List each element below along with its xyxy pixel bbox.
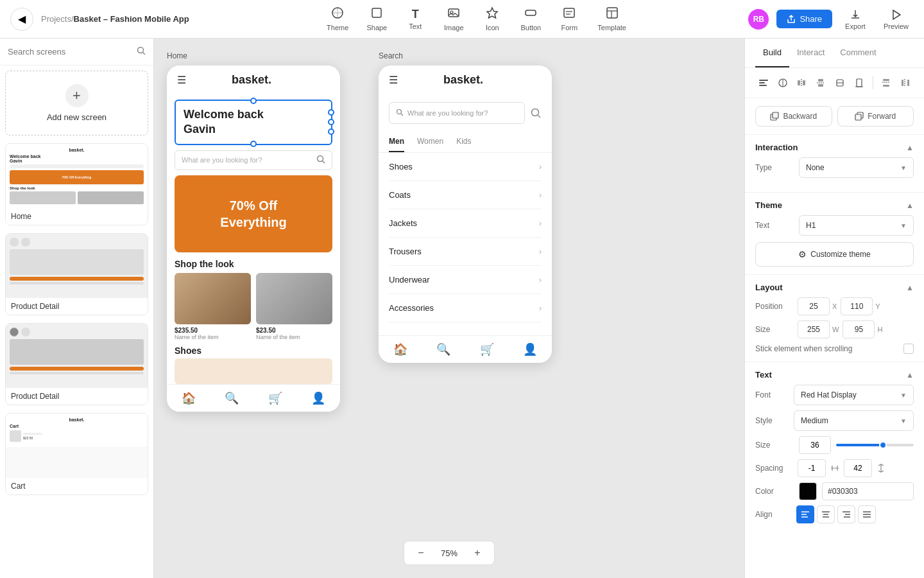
- letter-spacing-input[interactable]: [798, 459, 826, 477]
- forward-button[interactable]: Forward: [837, 106, 914, 127]
- search-submit-icon[interactable]: [530, 107, 542, 119]
- screen-thumb-product2: [6, 324, 148, 388]
- home-nav-icon[interactable]: 🏠: [182, 391, 196, 405]
- tab-men[interactable]: Men: [389, 132, 404, 152]
- category-accessories[interactable]: Accessories ›: [389, 294, 542, 322]
- stick-checkbox[interactable]: [903, 344, 914, 354]
- distribute-v-button[interactable]: [878, 74, 894, 91]
- line-height-input[interactable]: [844, 459, 872, 477]
- profile-nav-icon[interactable]: 👤: [311, 391, 325, 405]
- type-select[interactable]: None ▼: [799, 157, 914, 178]
- tab-interact[interactable]: Interact: [789, 39, 832, 67]
- welcome-box[interactable]: Welcome backGavin: [175, 100, 332, 145]
- tab-kids[interactable]: Kids: [456, 132, 471, 152]
- tool-form[interactable]: Form: [551, 3, 587, 35]
- tab-build[interactable]: Build: [755, 39, 789, 67]
- align-bottom-button[interactable]: [851, 74, 868, 91]
- screen-label-home: Home: [6, 208, 148, 225]
- search-search-icon[interactable]: 🔍: [436, 342, 450, 356]
- size-w-input[interactable]: [798, 320, 830, 338]
- search-cart-icon[interactable]: 🛒: [480, 342, 494, 356]
- layout-header[interactable]: Layout ▲: [745, 275, 924, 297]
- search-input[interactable]: [8, 47, 132, 57]
- text-tool-icon: T: [412, 8, 419, 21]
- interaction-header[interactable]: Interaction ▲: [745, 135, 924, 157]
- cart-nav-icon[interactable]: 🛒: [268, 391, 282, 405]
- tool-image[interactable]: Image: [436, 3, 472, 35]
- align-top-button[interactable]: [812, 74, 829, 91]
- align-center-text-button[interactable]: [817, 505, 835, 523]
- back-button[interactable]: ◀: [10, 8, 33, 31]
- tool-template[interactable]: Template: [590, 3, 634, 35]
- tool-icon[interactable]: Icon: [474, 3, 510, 35]
- svg-rect-30: [818, 84, 823, 87]
- svg-rect-21: [759, 80, 768, 81]
- distribute-h-button[interactable]: [897, 74, 914, 91]
- category-coats[interactable]: Coats ›: [389, 181, 542, 209]
- product-card-1[interactable]: $235.50 Name of the item: [175, 273, 251, 340]
- search-icon[interactable]: [137, 46, 146, 57]
- interaction-body: Type None ▼: [745, 157, 924, 192]
- add-screen-card[interactable]: + Add new screen: [5, 71, 148, 136]
- align-center-button[interactable]: [774, 74, 791, 91]
- text-size-input[interactable]: [799, 436, 831, 454]
- home-nav: ☰ basket.: [167, 66, 340, 94]
- home-search[interactable]: What are you looking for?: [175, 150, 332, 170]
- hamburger-icon[interactable]: ☰: [177, 74, 186, 86]
- tool-shape[interactable]: Shape: [359, 3, 395, 35]
- screen-card-product1[interactable]: Product Detail: [5, 233, 148, 315]
- text-h1-select[interactable]: H1 ▼: [799, 215, 914, 236]
- category-trousers[interactable]: Trousers ›: [389, 238, 542, 266]
- category-shoes[interactable]: Shoes ›: [389, 153, 542, 181]
- style-dropdown-arrow: ▼: [900, 417, 907, 425]
- size-slider[interactable]: [836, 444, 914, 446]
- size-h-input[interactable]: [843, 320, 875, 338]
- category-jackets[interactable]: Jackets ›: [389, 209, 542, 238]
- position-x-input[interactable]: [798, 297, 830, 315]
- screen-card-cart[interactable]: basket. Cart $23.50 Cart: [5, 413, 148, 495]
- search-placeholder-text: What are you looking for?: [407, 109, 488, 117]
- screen-card-home[interactable]: basket. Welcome backGavin 70% Off Everyt…: [5, 143, 148, 225]
- align-left-text-button[interactable]: [796, 505, 814, 523]
- align-left-button[interactable]: [755, 74, 772, 91]
- share-button[interactable]: Share: [776, 10, 832, 28]
- product-card-2[interactable]: $23.50 Name of the item: [256, 273, 332, 340]
- search-hamburger-icon[interactable]: ☰: [389, 74, 398, 86]
- text-header[interactable]: Text ▲: [745, 362, 924, 385]
- screen-card-product2[interactable]: Product Detail: [5, 323, 148, 405]
- font-select[interactable]: Red Hat Display ▼: [794, 385, 914, 405]
- align-right-text-button[interactable]: [837, 505, 855, 523]
- product-grid: $235.50 Name of the item $23.50 Name of …: [175, 273, 332, 340]
- preview-button[interactable]: Preview: [878, 6, 914, 33]
- svg-rect-9: [607, 8, 617, 18]
- backward-button[interactable]: Backward: [755, 106, 832, 127]
- color-hex-value[interactable]: #030303: [822, 482, 914, 500]
- align-justify-text-button[interactable]: [858, 505, 876, 523]
- search-icon-small: [396, 109, 404, 118]
- search-nav-icon[interactable]: 🔍: [225, 391, 239, 405]
- export-button[interactable]: Export: [840, 6, 871, 33]
- slider-thumb: [879, 441, 887, 449]
- align-middle-button[interactable]: [832, 74, 848, 91]
- theme-icon: [331, 6, 344, 22]
- home-search-text: What are you looking for?: [182, 156, 316, 164]
- shoes-banner: [175, 358, 332, 384]
- tool-theme[interactable]: Theme: [319, 3, 356, 35]
- tab-comment[interactable]: Comment: [832, 39, 884, 67]
- color-swatch[interactable]: [799, 482, 817, 500]
- align-distribute-h-button[interactable]: [794, 74, 810, 91]
- zoom-out-button[interactable]: −: [413, 545, 429, 561]
- search-profile-icon[interactable]: 👤: [523, 342, 537, 356]
- style-select[interactable]: Medium ▼: [794, 410, 914, 431]
- theme-header[interactable]: Theme ▲: [745, 193, 924, 215]
- tool-button[interactable]: Button: [513, 3, 549, 35]
- search-input-full[interactable]: What are you looking for?: [389, 102, 525, 124]
- search-home-icon[interactable]: 🏠: [393, 342, 407, 356]
- tool-text[interactable]: T Text: [397, 4, 433, 34]
- product-price-1: $235.50: [175, 327, 251, 334]
- customize-theme-button[interactable]: ⚙ Customize theme: [755, 242, 914, 267]
- position-y-input[interactable]: [841, 297, 873, 315]
- tab-women[interactable]: Women: [417, 132, 443, 152]
- zoom-in-button[interactable]: +: [470, 545, 485, 561]
- category-underwear[interactable]: Underwear ›: [389, 266, 542, 294]
